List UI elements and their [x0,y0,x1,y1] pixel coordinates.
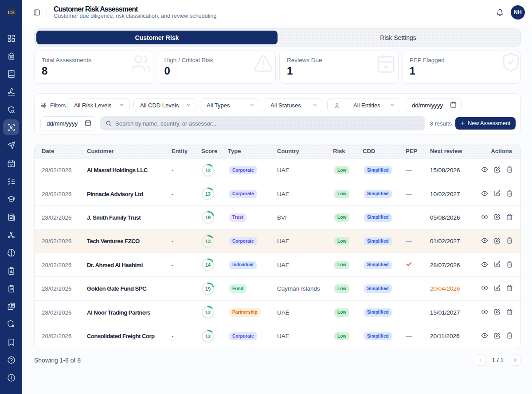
svg-text:CB: CB [8,10,14,15]
